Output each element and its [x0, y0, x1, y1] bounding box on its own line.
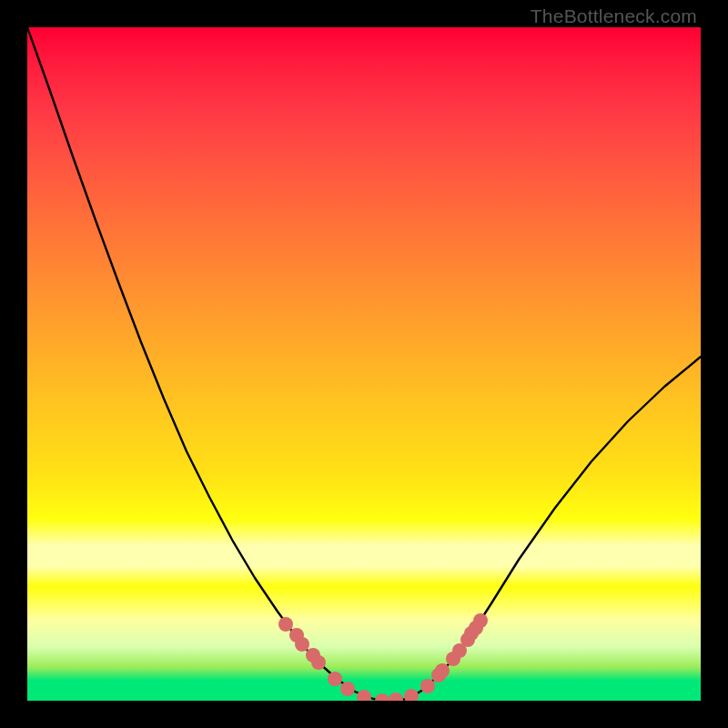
- svg-point-5: [328, 672, 342, 686]
- svg-point-2: [295, 637, 309, 652]
- svg-point-7: [357, 690, 371, 701]
- curve-markers: [278, 613, 488, 701]
- svg-point-4: [311, 655, 326, 670]
- svg-point-6: [340, 682, 355, 696]
- svg-point-13: [435, 663, 450, 678]
- chart-frame: TheBottleneck.com: [0, 0, 728, 728]
- svg-point-9: [389, 693, 403, 701]
- svg-point-19: [473, 613, 488, 628]
- chart-svg: [27, 27, 701, 701]
- svg-point-8: [375, 693, 389, 701]
- svg-point-0: [278, 617, 293, 632]
- curve-line: [27, 27, 701, 701]
- svg-point-11: [420, 679, 435, 693]
- watermark-label: TheBottleneck.com: [531, 5, 697, 27]
- svg-point-10: [404, 689, 419, 701]
